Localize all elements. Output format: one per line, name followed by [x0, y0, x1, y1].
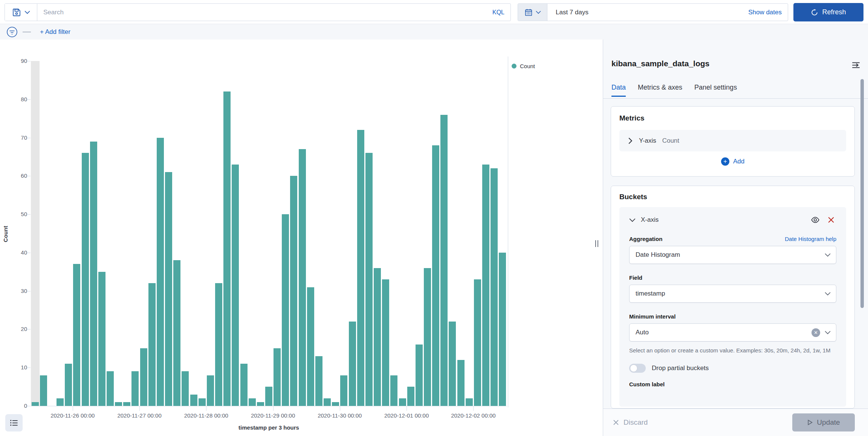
tab-panel-settings[interactable]: Panel settings [694, 84, 737, 97]
bar[interactable] [73, 264, 80, 406]
date-histogram-help-link[interactable]: Date Histogram help [785, 236, 836, 242]
bar[interactable] [357, 130, 364, 406]
bar[interactable] [157, 138, 164, 406]
bar[interactable] [65, 364, 72, 406]
chevron-down-icon [24, 11, 30, 14]
bar[interactable] [332, 402, 339, 406]
add-metric-label: Add [733, 158, 744, 165]
bar[interactable] [82, 153, 89, 406]
bar[interactable] [131, 371, 139, 406]
bar[interactable] [390, 375, 397, 406]
collapse-panel-icon[interactable] [851, 60, 861, 70]
bar[interactable] [290, 176, 297, 406]
bar[interactable] [315, 356, 322, 406]
bar[interactable] [249, 398, 256, 406]
panel-resize-handle[interactable] [595, 240, 598, 247]
bar[interactable] [257, 402, 264, 406]
remove-bucket-icon[interactable] [826, 215, 836, 225]
bar[interactable] [440, 115, 448, 406]
saved-query-menu-button[interactable] [5, 4, 37, 21]
time-range-value[interactable]: Last 7 days [556, 9, 748, 16]
bar[interactable] [374, 268, 381, 406]
bar[interactable] [107, 371, 114, 406]
bar[interactable] [223, 91, 231, 406]
bar[interactable] [474, 279, 481, 406]
refresh-button[interactable]: Refresh [793, 3, 863, 21]
y-tick-mark [28, 367, 31, 368]
bar[interactable] [90, 142, 97, 406]
bar[interactable] [199, 398, 206, 406]
bar[interactable] [240, 364, 248, 406]
discard-button[interactable]: Discard [613, 418, 648, 427]
add-filter-button[interactable]: + Add filter [40, 28, 70, 36]
bar[interactable] [466, 398, 473, 406]
bar[interactable] [207, 375, 214, 406]
bar[interactable] [324, 398, 331, 406]
bar[interactable] [491, 168, 498, 406]
bar[interactable] [282, 214, 289, 406]
panel-title: kibana_sample_data_logs [611, 59, 709, 68]
bar[interactable] [457, 360, 465, 406]
tab-data[interactable]: Data [611, 84, 626, 97]
bar[interactable] [232, 165, 239, 406]
bar[interactable] [32, 402, 39, 406]
bar[interactable] [182, 371, 189, 406]
bar[interactable] [407, 387, 414, 406]
bar[interactable] [340, 375, 347, 406]
show-dates-link[interactable]: Show dates [748, 9, 782, 16]
bar[interactable] [57, 398, 64, 406]
xaxis-accordion-row[interactable]: X-axis [629, 215, 836, 225]
metric-row-yaxis-count[interactable]: Y-axis Count [619, 130, 846, 151]
bar[interactable] [148, 283, 156, 406]
bar[interactable] [299, 149, 306, 406]
bar[interactable] [307, 287, 314, 406]
bar[interactable] [424, 268, 431, 406]
date-quick-select-button[interactable] [518, 4, 547, 21]
top-bar: KQL Last 7 days Show dates [0, 0, 868, 24]
bar[interactable] [40, 375, 47, 406]
clear-selection-icon[interactable]: ✕ [811, 328, 820, 337]
bar[interactable] [432, 145, 439, 406]
kql-language-button[interactable]: KQL [492, 9, 504, 16]
bar[interactable] [140, 348, 147, 406]
x-axis-title: timestamp per 3 hours [31, 424, 507, 431]
search-input[interactable] [43, 9, 492, 16]
bar[interactable] [123, 402, 130, 406]
bar[interactable] [399, 398, 406, 406]
x-tick-mark [406, 406, 407, 411]
bar[interactable] [365, 153, 373, 406]
tabs-divider [603, 98, 868, 99]
legend-toggle-button[interactable] [5, 414, 23, 431]
bar[interactable] [173, 260, 180, 406]
bar[interactable] [98, 272, 105, 406]
add-metric-button[interactable]: + Add [619, 157, 846, 166]
bar[interactable] [190, 395, 197, 406]
bar[interactable] [449, 322, 456, 406]
bar[interactable] [482, 165, 489, 406]
x-tick-mark [273, 406, 274, 411]
bar[interactable] [274, 348, 281, 406]
y-tick-mark [28, 61, 31, 61]
panel-scrollbar[interactable] [860, 79, 864, 308]
drop-partial-buckets-toggle[interactable] [629, 364, 646, 373]
bar[interactable] [349, 322, 356, 406]
bar[interactable] [215, 283, 222, 406]
bar[interactable] [382, 279, 389, 406]
field-select[interactable]: timestamp [629, 285, 836, 303]
aggregation-select[interactable]: Date Histogram [629, 246, 836, 264]
tab-metrics-axes[interactable]: Metrics & axes [638, 84, 682, 97]
min-interval-combobox[interactable]: Auto ✕ [629, 323, 836, 341]
bar[interactable] [115, 402, 122, 406]
chart-area: Count 0102030405060708090 2020-11-26 00:… [0, 40, 603, 436]
bar[interactable] [416, 345, 423, 406]
bar[interactable] [499, 253, 506, 406]
metrics-heading: Metrics [619, 114, 846, 122]
legend-item-count[interactable]: Count [512, 63, 535, 69]
update-button[interactable]: Update [792, 413, 855, 431]
bar-chart-plot[interactable] [31, 61, 507, 406]
x-tick-mark [473, 406, 474, 411]
filter-menu-icon[interactable] [6, 26, 18, 38]
eye-icon[interactable] [810, 215, 821, 225]
bar[interactable] [265, 387, 272, 406]
bar[interactable] [165, 172, 172, 406]
